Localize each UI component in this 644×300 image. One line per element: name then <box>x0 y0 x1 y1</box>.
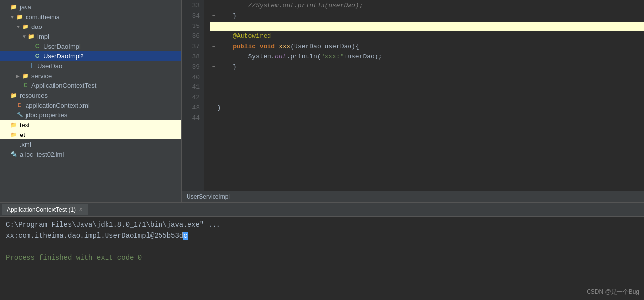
folder-icon: 📁 <box>22 23 29 30</box>
folder-icon: 📁 <box>10 121 18 129</box>
code-line-40 <box>210 73 644 83</box>
tree-item-UserDaoImpl[interactable]: C UserDaoImpl <box>0 41 181 51</box>
cursor: c <box>183 232 187 240</box>
tree-label: test <box>20 121 30 129</box>
console-line-output: xx:com.itheima.dao.impl.UserDaoImpl@255b… <box>6 230 638 241</box>
code-text: } <box>217 103 221 113</box>
code-text: } <box>217 62 237 73</box>
code-line-39: − } <box>210 62 644 73</box>
tree-item-com-itheima[interactable]: ▼ 📁 com.itheima <box>0 12 181 22</box>
code-text: @Autowired <box>217 31 271 42</box>
code-text <box>217 73 221 83</box>
file-tree: 📁 java ▼ 📁 com.itheima ▼ 📁 dao ▼ 📁 impl <box>0 0 182 202</box>
tree-item-UserDao[interactable]: I UserDao <box>0 61 181 71</box>
code-line-34: − } <box>210 11 644 22</box>
code-line-43: } <box>210 103 644 113</box>
console-cmd-text: C:\Program Files\Java\jdk1.8.0_171\bin\j… <box>6 221 220 229</box>
tree-item-java[interactable]: 📁 java <box>0 2 181 12</box>
status-filename: UserServiceImpl <box>187 193 230 200</box>
arrow-icon: ▼ <box>10 14 16 20</box>
tree-label: com.itheima <box>26 13 60 21</box>
java-class-icon: C <box>33 52 41 60</box>
code-line-33: //System.out.println(userDao); <box>210 1 644 11</box>
java-class-icon: C <box>22 82 29 89</box>
console-panel: ApplicationContextTest (1) ✕ C:\Program … <box>0 202 644 300</box>
folder-icon: 📁 <box>22 72 29 80</box>
arrow-icon: ▶ <box>16 73 22 79</box>
xml-icon: 🗒 <box>16 101 24 109</box>
tree-item-resources[interactable]: 📁 resources <box>0 90 181 100</box>
tree-item-et[interactable]: 📁 et <box>0 130 181 139</box>
tree-label: .xml <box>20 141 31 148</box>
empty-line <box>6 243 10 251</box>
props-icon: 🔧 <box>16 111 24 119</box>
code-text <box>217 22 221 32</box>
tree-label: applicationContext.xml <box>26 102 90 109</box>
code-text: } <box>217 11 237 22</box>
console-line-cmd: C:\Program Files\Java\jdk1.8.0_171\bin\j… <box>6 219 638 230</box>
tree-item-dao[interactable]: ▼ 📁 dao <box>0 22 181 31</box>
console-line-empty <box>6 242 638 252</box>
java-class-icon: C <box>33 42 41 50</box>
console-tab-app[interactable]: ApplicationContextTest (1) ✕ <box>2 204 88 215</box>
code-text <box>217 113 221 124</box>
code-text: System.out.println("xxx:"+userDao); <box>217 52 382 62</box>
tree-item-AppContextTest[interactable]: C ApplicationContextTest <box>0 81 181 90</box>
tree-item-iml[interactable]: 🔩 a ioc_test02.iml <box>0 149 181 159</box>
main-area: 📁 java ▼ 📁 com.itheima ▼ 📁 dao ▼ 📁 impl <box>0 0 644 202</box>
tree-label: UserDao <box>37 62 62 70</box>
code-line-37: − public void xxx(UserDao userDao){ <box>210 42 644 52</box>
tree-item-service[interactable]: ▶ 📁 service <box>0 71 181 81</box>
tree-label: java <box>20 3 31 11</box>
code-text <box>217 93 221 103</box>
tree-label: resources <box>20 92 48 99</box>
gutter: − <box>210 63 217 72</box>
watermark: CSDN @是一个Bug <box>587 288 639 296</box>
arrow-icon: ▼ <box>22 34 27 39</box>
code-status-bar: UserServiceImpl <box>182 191 644 202</box>
console-output-text: xx:com.itheima.dao.impl.UserDaoImpl@255b… <box>6 232 188 240</box>
console-success-text: Process finished with exit code 0 <box>6 254 142 262</box>
tree-items: 📁 java ▼ 📁 com.itheima ▼ 📁 dao ▼ 📁 impl <box>0 0 181 202</box>
iml-icon: 🔩 <box>10 150 18 158</box>
tree-label: a ioc_test02.iml <box>20 151 64 158</box>
gutter: − <box>210 43 217 52</box>
tree-label: ApplicationContextTest <box>31 82 96 89</box>
code-line-44 <box>210 113 644 124</box>
tree-label: dao <box>31 23 42 30</box>
tree-item-impl[interactable]: ▼ 📁 impl <box>0 31 181 41</box>
code-line-42 <box>210 93 644 103</box>
tree-label: et <box>20 131 25 138</box>
tree-item-test[interactable]: 📁 test <box>0 120 181 130</box>
close-icon[interactable]: ✕ <box>79 206 83 213</box>
arrow-icon: ▼ <box>16 24 22 29</box>
tree-label: UserDaoImpl2 <box>43 53 84 60</box>
tree-item-UserDaoImpl2[interactable]: C UserDaoImpl2 <box>0 51 181 61</box>
tree-item-jdbc-props[interactable]: 🔧 jdbc.properties <box>0 110 181 120</box>
gutter: − <box>210 12 217 21</box>
tree-label: impl <box>37 33 49 40</box>
resources-icon: 📁 <box>10 91 18 99</box>
code-content: 33 34 35 36 37 38 39 40 41 42 43 44 //Sy… <box>182 0 644 191</box>
tree-label: jdbc.properties <box>26 111 67 119</box>
code-text <box>217 82 221 93</box>
code-line-35 <box>210 22 644 32</box>
code-line-38: System.out.println("xxx:"+userDao); <box>210 52 644 62</box>
console-tabs: ApplicationContextTest (1) ✕ <box>0 203 644 217</box>
tree-item-appContext-xml[interactable]: 🗒 applicationContext.xml <box>0 100 181 110</box>
console-line-success: Process finished with exit code 0 <box>6 252 638 263</box>
code-editor: 33 34 35 36 37 38 39 40 41 42 43 44 //Sy… <box>182 0 644 202</box>
code-area[interactable]: //System.out.println(userDao); − } @Auto… <box>204 0 644 191</box>
folder-icon: 📁 <box>10 131 18 138</box>
code-line-41 <box>210 82 644 93</box>
tree-label: UserDaoImpl <box>43 43 80 50</box>
console-tab-label: ApplicationContextTest (1) <box>7 206 76 213</box>
console-output: C:\Program Files\Java\jdk1.8.0_171\bin\j… <box>0 217 644 300</box>
line-numbers: 33 34 35 36 37 38 39 40 41 42 43 44 <box>182 0 204 191</box>
tree-item-xml[interactable]: .xml <box>0 139 181 149</box>
folder-icon: 📁 <box>10 3 18 11</box>
tree-label: service <box>31 72 52 80</box>
watermark-text: CSDN @是一个Bug <box>587 288 639 295</box>
code-text: public void xxx(UserDao userDao){ <box>217 42 359 52</box>
code-text: //System.out.println(userDao); <box>217 1 363 11</box>
